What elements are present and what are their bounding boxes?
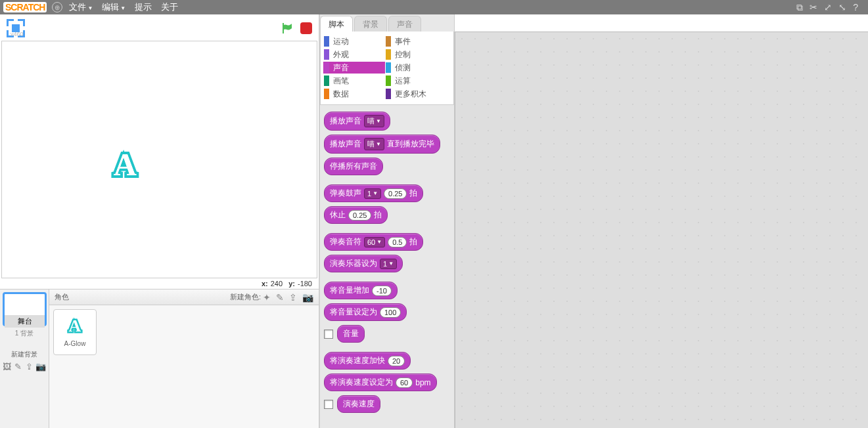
blocks-palette: 播放声音 喵▼ 播放声音 喵▼ 直到播放完毕 停播所有声音 弹奏鼓声 1▼ 0.… [320, 105, 454, 428]
backdrop-paint-icon[interactable]: ✎ [14, 362, 23, 371]
tabs: 脚本 背景 声音 [320, 14, 454, 32]
stage-selector: 舞台 1 背景 新建背景 🖼 ✎ ⇪ 📷 [0, 289, 49, 428]
sprite-paint-icon[interactable]: ✎ [276, 292, 284, 303]
cat-looks[interactable]: 外观 [323, 49, 385, 60]
stage-header: v460 [0, 14, 319, 39]
block-play-sound-until-done[interactable]: 播放声音 喵▼ 直到播放完毕 [324, 135, 440, 154]
block-play-sound[interactable]: 播放声音 喵▼ [324, 112, 390, 131]
cat-more[interactable]: 更多积木 [385, 88, 447, 100]
block-set-instrument[interactable]: 演奏乐器设为 1▼ [324, 255, 403, 272]
backdrop-upload-icon[interactable]: ⇪ [24, 362, 34, 371]
sprite-header: 角色 新建角色: ✦ ✎ ⇪ 📷 [49, 289, 319, 305]
toolbar-icons: ⧉ ✂ ⤢ ⤡ ? [796, 2, 865, 13]
block-play-note[interactable]: 弹奏音符 60▼ 0.5 拍 [324, 233, 423, 251]
cat-control[interactable]: 控制 [385, 49, 447, 60]
backdrop-count: 1 背景 [3, 329, 46, 338]
cat-data[interactable]: 数据 [323, 88, 385, 100]
menu-edit[interactable]: 编辑▼ [102, 1, 126, 13]
tab-sounds[interactable]: 声音 [388, 16, 421, 32]
block-change-volume[interactable]: 将音量增加 -10 [324, 282, 398, 299]
new-sprite-label: 新建角色: [230, 292, 261, 302]
grow-icon[interactable]: ⤢ [824, 2, 832, 13]
scratch-logo: SCRATCH [3, 2, 47, 12]
stage-canvas[interactable]: AA [1, 41, 317, 278]
backdrop-library-icon[interactable]: 🖼 [3, 362, 12, 371]
new-backdrop-label: 新建背景 [3, 350, 46, 359]
block-change-tempo[interactable]: 将演奏速度加快 20 [324, 352, 411, 370]
block-stop-all-sounds[interactable]: 停播所有声音 [324, 158, 383, 175]
help-icon[interactable]: ? [853, 2, 858, 13]
menu-tips[interactable]: 提示 [135, 1, 152, 13]
sprite-name: A-Glow [54, 340, 96, 347]
block-play-drum[interactable]: 弹奏鼓声 1▼ 0.25 拍 [324, 184, 423, 202]
category-panel: 运动 外观 声音 画笔 数据 事件 控制 侦测 运算 更多积木 [320, 32, 454, 105]
cat-motion[interactable]: 运动 [323, 35, 385, 47]
menu-file[interactable]: 文件▼ [69, 1, 93, 13]
volume-monitor-checkbox[interactable] [324, 330, 333, 339]
cat-sensing[interactable]: 侦测 [385, 62, 447, 74]
stage-thumbnail[interactable]: 舞台 [3, 292, 47, 326]
block-volume-reporter[interactable]: 音量 [337, 325, 365, 343]
topbar: SCRATCH ⊕ 文件▼ 编辑▼ 提示 关于 ⧉ ✂ ⤢ ⤡ ? [0, 0, 868, 14]
cat-pen[interactable]: 画笔 [323, 75, 385, 87]
cat-operators[interactable]: 运算 [385, 75, 447, 87]
block-tempo-reporter[interactable]: 演奏速度 [337, 395, 380, 413]
block-set-tempo[interactable]: 将演奏速度设定为 60 bpm [324, 374, 437, 391]
tab-costumes[interactable]: 背景 [354, 16, 387, 32]
green-flag-icon[interactable] [281, 22, 294, 35]
cat-sound[interactable]: 声音 [323, 62, 385, 74]
scripts-workspace[interactable] [455, 32, 868, 428]
tempo-monitor-checkbox[interactable] [324, 400, 333, 409]
sprite-library-icon[interactable]: ✦ [263, 292, 271, 303]
language-icon[interactable]: ⊕ [52, 2, 62, 12]
stop-icon[interactable] [300, 22, 312, 34]
menu-about[interactable]: 关于 [161, 1, 178, 13]
shrink-icon[interactable]: ⤡ [838, 2, 846, 13]
sprite-on-stage[interactable]: AA [114, 146, 137, 182]
sprite-item[interactable]: A A-Glow [53, 309, 97, 355]
tab-scripts[interactable]: 脚本 [320, 16, 353, 32]
sprite-upload-icon[interactable]: ⇪ [289, 292, 297, 303]
backdrop-camera-icon[interactable]: 📷 [35, 362, 46, 371]
stamp-icon[interactable]: ⧉ [796, 2, 803, 13]
cut-icon[interactable]: ✂ [810, 2, 817, 13]
sprite-camera-icon[interactable]: 📷 [302, 292, 313, 303]
block-set-volume[interactable]: 将音量设定为 100 [324, 303, 407, 321]
mouse-coords: x:240 y:-180 [0, 278, 319, 289]
block-rest[interactable]: 休止 0.25 拍 [324, 206, 388, 224]
cat-events[interactable]: 事件 [385, 35, 447, 47]
